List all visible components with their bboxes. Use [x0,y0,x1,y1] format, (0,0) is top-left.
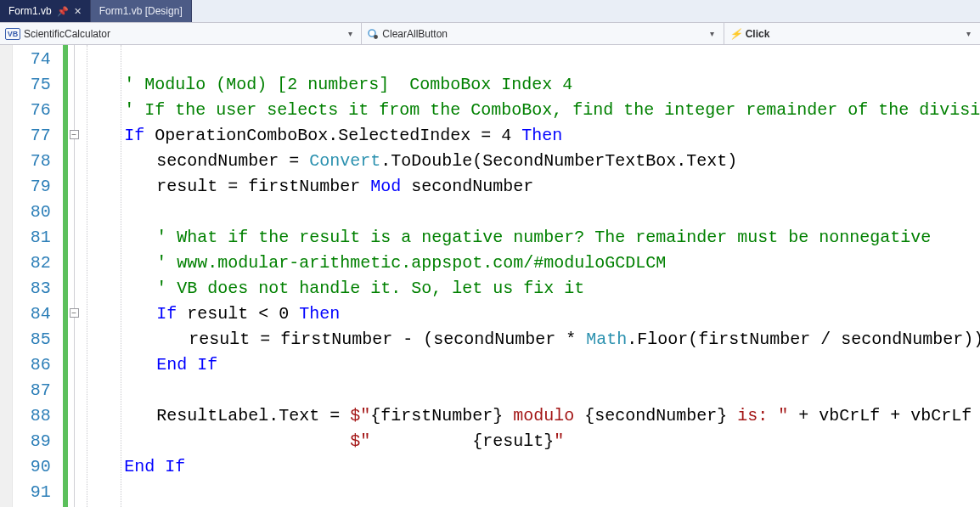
line-number: 78 [13,149,63,174]
chevron-down-icon: ▾ [707,29,718,38]
breakpoint-margin[interactable] [0,45,13,507]
code-line[interactable]: secondNumber = Convert.ToDouble(SecondNu… [87,149,980,174]
line-number: 90 [13,454,63,480]
code-surface[interactable]: ' Modulo (Mod) [2 numbers] ComboBox Inde… [83,45,980,507]
pin-icon[interactable]: 📌 [57,6,69,17]
line-number: 85 [13,327,63,352]
code-line[interactable]: ' www.modular-arithmetic.appspot.com/#mo… [87,251,980,276]
line-number: 80 [13,200,63,225]
code-line[interactable]: ' If the user selects it from the ComboB… [87,98,980,123]
indent-guide [87,45,87,507]
code-line[interactable]: If result < 0 Then [87,301,980,327]
field-icon [367,28,379,40]
indent-guide [121,45,121,507]
chevron-down-icon: ▾ [963,29,975,38]
outlining-margin[interactable]: −− [68,45,83,507]
nav-project-dropdown[interactable]: VB ScientificCalculator ▾ [0,23,362,44]
outline-collapse-toggle[interactable]: − [70,130,79,139]
nav-event-label: Click [746,28,960,40]
line-number: 75 [13,72,63,98]
line-number: 88 [13,403,63,429]
outlining-guide-line [74,45,75,507]
tab-form1-design[interactable]: Form1.vb [Design] [91,0,192,22]
line-number: 89 [13,429,63,454]
code-line[interactable]: End If [87,454,980,480]
line-number: 74 [13,47,63,72]
code-line[interactable]: ' What if the result is a negative numbe… [87,225,980,251]
svg-point-0 [369,30,375,37]
vb-project-icon: VB [5,28,20,40]
line-number: 91 [13,480,63,505]
line-number: 87 [13,378,63,403]
code-line[interactable]: ResultLabel.Text = $"{firstNumber} modul… [87,403,980,429]
code-line[interactable]: ' Modulo (Mod) [2 numbers] ComboBox Inde… [87,72,980,98]
tab-label: Form1.vb [8,5,52,17]
code-line[interactable] [87,378,980,403]
code-line[interactable]: result = firstNumber - (secondNumber * M… [87,327,980,352]
line-number: 76 [13,98,63,123]
nav-member-label: ClearAllButton [382,28,702,40]
svg-point-1 [374,35,378,39]
lightning-icon: ⚡ [729,28,742,40]
nav-event-dropdown[interactable]: ⚡ Click ▾ [724,23,980,44]
code-line[interactable] [87,480,980,505]
document-tab-strip: Form1.vb 📌 ✕ Form1.vb [Design] [0,0,980,23]
line-number: 82 [13,251,63,276]
line-number: 84 [13,301,63,327]
nav-project-label: ScientificCalculator [24,28,341,40]
code-line[interactable]: result = firstNumber Mod secondNumber [87,174,980,200]
line-number: 77 [13,123,63,149]
line-number: 81 [13,225,63,251]
code-line[interactable]: ' VB does not handle it. So, let us fix … [87,276,980,301]
code-line[interactable]: End If [87,352,980,378]
code-editor[interactable]: 747576777879808182838485868788899091 −− … [0,45,980,507]
line-number: 83 [13,276,63,301]
chevron-down-icon: ▾ [344,29,356,38]
code-line[interactable]: $" {result}" [87,429,980,454]
code-line[interactable] [87,200,980,225]
outline-collapse-toggle[interactable]: − [70,308,79,318]
tab-form1-vb[interactable]: Form1.vb 📌 ✕ [0,0,91,22]
nav-member-dropdown[interactable]: ClearAllButton ▾ [362,23,724,44]
line-number-gutter: 747576777879808182838485868788899091 [13,45,63,507]
line-number: 79 [13,174,63,200]
line-number: 86 [13,352,63,378]
code-navigation-bar: VB ScientificCalculator ▾ ClearAllButton… [0,23,980,45]
code-line[interactable] [87,47,980,72]
code-line[interactable]: If OperationComboBox.SelectedIndex = 4 T… [87,123,980,149]
tab-label: Form1.vb [Design] [99,5,183,17]
close-icon[interactable]: ✕ [74,6,82,17]
